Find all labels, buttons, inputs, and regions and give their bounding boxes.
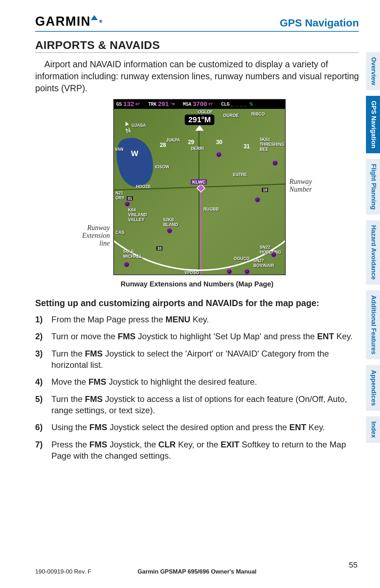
section-tab[interactable]: GPS Navigation [366, 96, 380, 153]
hsi-tick-west: W [131, 149, 138, 158]
waypoint: DERRI [191, 146, 204, 151]
page-header: GARMIN ® GPS Navigation [35, 14, 359, 32]
waypoint: 5KS1 THRESHING BEE [260, 137, 284, 152]
reporting-point-icon: R [272, 160, 278, 166]
section-tab[interactable]: Hazard Avoidance [366, 220, 380, 285]
section-heading: AIRPORTS & NAVAIDS [35, 39, 359, 53]
procedure-step: 2)Turn or move the FMS Joystick to highl… [35, 331, 359, 342]
procedure-step: 6)Using the FMS Joystick select the desi… [35, 422, 359, 433]
callout-runway-number: RunwayNumber [289, 178, 312, 193]
procedure-title: Setting up and customizing airports and … [35, 297, 359, 309]
hsi-pointer-icon [195, 125, 204, 131]
reporting-point-icon: R [271, 251, 277, 258]
garmin-logo: GARMIN ® [35, 14, 103, 31]
registered-mark: ® [99, 19, 103, 24]
procedure-step: 4)Move the FMS Joystick to highlight the… [35, 376, 359, 388]
hsi-tick: 28 [160, 142, 166, 148]
page-number: 55 [349, 561, 357, 570]
waypoint: OGUCO [234, 256, 249, 261]
figure-block: RunwayExtensionline GS 132KT TRK 291°M M… [35, 99, 359, 275]
step-number: 1) [35, 314, 46, 325]
active-waypoint-label: KLWC [191, 179, 207, 185]
step-text: Move the FMS Joystick to highlight the d… [51, 376, 257, 388]
section-tabs: OverviewGPS NavigationFlight PlanningHaz… [366, 52, 380, 443]
waypoint: 52KS BLAND [163, 217, 181, 227]
map-screenshot: GS 132KT TRK 291°M MSA 3700FT CLG ____% … [113, 99, 286, 275]
step-text: Turn or move the FMS Joystick to highlig… [51, 331, 353, 342]
waypoint: UJASA [132, 123, 146, 128]
waypoint: SN27 BOVINAIR [253, 258, 278, 268]
step-text: Turn the FMS Joystick to select the 'Air… [51, 348, 359, 371]
section-tab[interactable]: Overview [366, 52, 380, 90]
step-number: 4) [35, 376, 46, 388]
step-number: 2) [35, 331, 46, 342]
procedure-step: 1)From the Map Page press the MENU Key. [35, 314, 359, 325]
waypoint: OGLOF [198, 110, 213, 114]
waypoint: VPDSO [184, 270, 199, 275]
procedure-step: 7)Press the FMS Joystick, the CLR Key, o… [35, 439, 359, 462]
figure-caption: Runway Extensions and Numbers (Map Page) [35, 280, 359, 288]
reporting-point-icon: R [255, 196, 260, 203]
waypoint: 54KS MICHAEL [123, 249, 144, 259]
step-text: Press the FMS Joystick, the CLR Key, or … [51, 439, 359, 462]
step-number: 3) [35, 348, 46, 371]
map-body: 291°M 28 29 30 31 W ▲N KLWC OGLOF OGROE … [114, 109, 285, 274]
waypoint: RUGBB [203, 207, 219, 212]
reporting-point-icon: R [125, 200, 130, 207]
step-text: From the Map Page press the MENU Key. [51, 314, 209, 325]
waypoint: OGROE [223, 113, 239, 118]
reporting-point-icon: R [244, 268, 250, 274]
runway-number: 19 [262, 188, 268, 192]
brand-text: GARMIN [35, 14, 91, 29]
step-number: 6) [35, 422, 46, 433]
procedure-steps: 1)From the Map Page press the MENU Key.2… [35, 314, 359, 462]
waypoint: CAS [115, 230, 124, 235]
intro-paragraph: Airport and NAVAID information can be cu… [35, 58, 359, 94]
step-text: Turn the FMS Joystick to access a list o… [51, 394, 359, 416]
waypoint: ESTRE [233, 172, 247, 177]
section-tab[interactable]: Flight Planning [366, 159, 380, 215]
section-tab[interactable]: Appendices [366, 365, 380, 411]
hsi-tick: 30 [216, 139, 222, 146]
callout-runway-extension: RunwayExtensionline [82, 224, 110, 247]
runway-number: 33 [156, 246, 163, 250]
doc-id: 190-00919-00 Rev. F [35, 568, 91, 575]
hsi-tick: 31 [243, 143, 250, 150]
waypoint: HOOZE [136, 184, 151, 189]
procedure-step: 3)Turn the FMS Joystick to select the 'A… [35, 348, 359, 371]
reporting-point-icon: R [124, 261, 129, 267]
reporting-point-icon: R [167, 227, 172, 234]
step-number: 7) [35, 439, 46, 462]
waypoint: IGSOW [155, 165, 169, 169]
page-footer: 190-00919-00 Rev. F Garmin GPSMAP 695/69… [35, 568, 359, 575]
hsi-heading-box: 291°M [185, 114, 214, 125]
step-number: 5) [35, 394, 46, 416]
waypoint: VAN [115, 147, 123, 152]
waypoint: JUKPA [166, 138, 180, 143]
section-tab[interactable]: Index [366, 416, 380, 443]
manual-title: Garmin GPSMAP 695/696 Owner's Manual [138, 568, 256, 575]
hsi-tick: 29 [188, 139, 194, 146]
section-tab[interactable]: Additional Features [366, 290, 380, 359]
waypoint: K64 VINLAND VALLEY [128, 208, 153, 222]
logo-triangle-icon [91, 15, 98, 20]
waypoint: RIBCO [251, 112, 265, 117]
step-text: Using the FMS Joystick select the desire… [51, 422, 325, 433]
chapter-title: GPS Navigation [280, 17, 359, 31]
runway-number: 01 [127, 196, 133, 200]
reporting-point-icon: R [216, 151, 222, 157]
reporting-point-icon: R [227, 268, 232, 274]
procedure-step: 5)Turn the FMS Joystick to access a list… [35, 394, 359, 416]
